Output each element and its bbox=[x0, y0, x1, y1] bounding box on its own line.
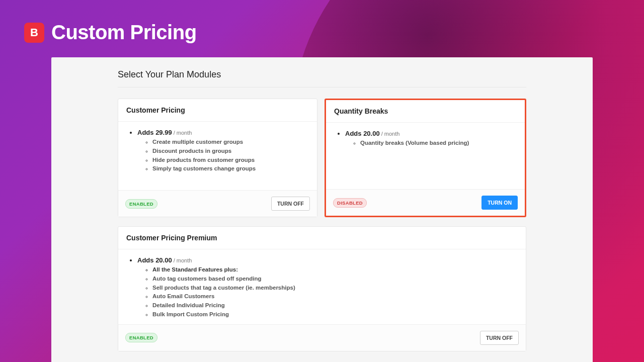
price-suffix: / month bbox=[380, 131, 400, 137]
price-line: Adds 20.00 / month All the Standard Feat… bbox=[137, 256, 518, 319]
card-title: Quantity Breaks bbox=[326, 100, 525, 123]
card-title: Customer Pricing bbox=[118, 99, 317, 122]
price-suffix: / month bbox=[172, 257, 192, 263]
turn-off-button[interactable]: TURN OFF bbox=[480, 331, 519, 345]
feature-item: Auto tag customers based off spending bbox=[152, 275, 518, 284]
module-cards-row: Customer Pricing Adds 29.99 / month Crea… bbox=[118, 99, 526, 217]
card-footer: DISABLED TURN ON bbox=[326, 189, 525, 216]
feature-item: Quantity breaks (Volume based pricing) bbox=[360, 139, 517, 148]
card-body: Adds 20.00 / month Quantity breaks (Volu… bbox=[326, 123, 525, 189]
turn-on-button[interactable]: TURN ON bbox=[481, 196, 518, 210]
card-footer: ENABLED TURN OFF bbox=[118, 324, 526, 351]
feature-item: Simply tag customers change groups bbox=[152, 164, 309, 173]
feature-item: Sell products that tag a customer (ie. m… bbox=[152, 284, 518, 293]
section-title: Select Your Plan Modules bbox=[118, 69, 526, 87]
price-value: 29.99 bbox=[155, 129, 172, 136]
feature-item: Bulk Import Custom Pricing bbox=[152, 310, 518, 319]
app-title: Custom Pricing bbox=[51, 21, 197, 44]
app-header: B Custom Pricing bbox=[0, 0, 644, 44]
turn-off-button[interactable]: TURN OFF bbox=[271, 197, 310, 211]
status-badge: ENABLED bbox=[125, 333, 157, 342]
feature-item: Hide products from customer groups bbox=[152, 156, 309, 165]
card-body: Adds 20.00 / month All the Standard Feat… bbox=[118, 249, 526, 324]
card-footer: ENABLED TURN OFF bbox=[118, 190, 317, 217]
features-header: All the Standard Features plus: bbox=[152, 265, 518, 275]
price-line: Adds 20.00 / month Quantity breaks (Volu… bbox=[345, 130, 517, 148]
card-title: Customer Pricing Premium bbox=[118, 227, 526, 249]
main-panel: Select Your Plan Modules Customer Pricin… bbox=[51, 57, 593, 362]
module-card-customer-pricing: Customer Pricing Adds 29.99 / month Crea… bbox=[118, 99, 317, 217]
feature-item: Auto Email Customers bbox=[152, 292, 518, 301]
card-body: Adds 29.99 / month Create multiple custo… bbox=[118, 122, 317, 190]
adds-prefix: Adds bbox=[137, 129, 155, 136]
status-badge: ENABLED bbox=[125, 199, 157, 209]
feature-item: Detailed Individual Pricing bbox=[152, 301, 518, 310]
price-suffix: / month bbox=[172, 130, 192, 136]
feature-item: Create multiple customer groups bbox=[152, 138, 309, 147]
status-badge: DISABLED bbox=[333, 198, 367, 208]
price-line: Adds 29.99 / month Create multiple custo… bbox=[137, 129, 309, 173]
price-value: 20.00 bbox=[363, 130, 380, 137]
price-value: 20.00 bbox=[155, 256, 172, 264]
logo-icon: B bbox=[24, 23, 44, 43]
module-card-quantity-breaks: Quantity Breaks Adds 20.00 / month Quant… bbox=[325, 99, 526, 217]
module-card-customer-pricing-premium: Customer Pricing Premium Adds 20.00 / mo… bbox=[118, 226, 526, 351]
feature-item: Discount products in groups bbox=[152, 147, 309, 156]
adds-prefix: Adds bbox=[345, 130, 363, 137]
adds-prefix: Adds bbox=[137, 256, 155, 264]
